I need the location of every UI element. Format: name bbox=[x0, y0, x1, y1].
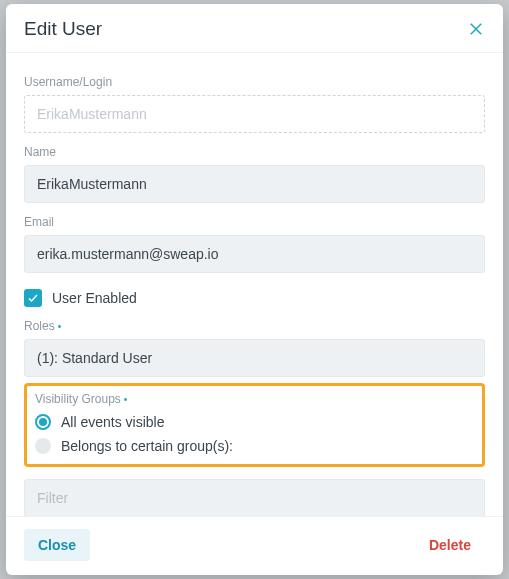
filter-input[interactable] bbox=[24, 479, 485, 516]
modal-title: Edit User bbox=[24, 18, 102, 40]
user-enabled-row[interactable]: User Enabled bbox=[24, 289, 485, 307]
delete-button[interactable]: Delete bbox=[415, 529, 485, 561]
name-input[interactable] bbox=[24, 165, 485, 203]
name-label: Name bbox=[24, 145, 485, 159]
radio-icon bbox=[35, 438, 51, 454]
close-icon[interactable] bbox=[467, 20, 485, 38]
user-enabled-checkbox[interactable] bbox=[24, 289, 42, 307]
roles-label: Roles bbox=[24, 319, 485, 333]
roles-input[interactable] bbox=[24, 339, 485, 377]
edit-user-modal: Edit User Username/Login Name Email User… bbox=[6, 4, 503, 575]
email-label: Email bbox=[24, 215, 485, 229]
radio-icon bbox=[35, 414, 51, 430]
radio-all-events[interactable]: All events visible bbox=[35, 414, 474, 430]
radio-groups-label: Belongs to certain group(s): bbox=[61, 438, 233, 454]
radio-all-label: All events visible bbox=[61, 414, 165, 430]
visibility-groups-box: Visibility Groups All events visible Bel… bbox=[24, 383, 485, 467]
user-enabled-label: User Enabled bbox=[52, 290, 137, 306]
close-button[interactable]: Close bbox=[24, 529, 90, 561]
modal-body: Username/Login Name Email User Enabled R… bbox=[6, 53, 503, 516]
radio-certain-groups[interactable]: Belongs to certain group(s): bbox=[35, 438, 474, 454]
email-input[interactable] bbox=[24, 235, 485, 273]
visibility-label: Visibility Groups bbox=[35, 392, 474, 406]
username-label: Username/Login bbox=[24, 75, 485, 89]
modal-header: Edit User bbox=[6, 4, 503, 53]
username-input bbox=[24, 95, 485, 133]
modal-footer: Close Delete bbox=[6, 516, 503, 575]
